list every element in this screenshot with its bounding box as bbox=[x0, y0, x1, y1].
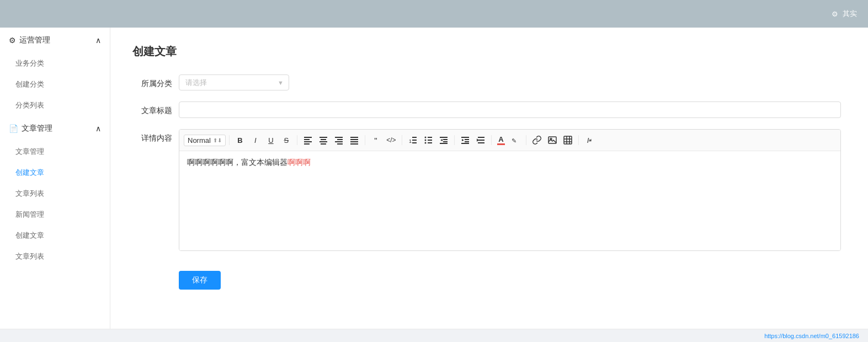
font-color-bar bbox=[497, 143, 505, 145]
sidebar-section-article[interactable]: 📄 文章管理 ∧ bbox=[0, 116, 110, 141]
highlight-button[interactable]: ✎ bbox=[508, 133, 523, 147]
header: ⚙ 其实 bbox=[0, 0, 868, 28]
svg-text:✎: ✎ bbox=[512, 137, 516, 144]
sidebar-item-yewu[interactable]: 业务分类 bbox=[0, 53, 110, 74]
align-left-button[interactable] bbox=[301, 133, 315, 147]
svg-rect-21 bbox=[428, 137, 432, 138]
editor-content-area[interactable]: 啊啊啊啊啊啊，富文本编辑器啊啊啊 bbox=[179, 151, 840, 250]
justify-button[interactable] bbox=[347, 133, 361, 147]
page-title: 创建文章 bbox=[132, 44, 846, 59]
title-label: 文章标题 bbox=[132, 101, 172, 116]
increase-indent-button[interactable] bbox=[458, 133, 472, 147]
main-content: 创建文章 所属分类 ▼ 请选择 文章标题 详情内容 bbox=[110, 28, 868, 329]
svg-point-20 bbox=[424, 137, 426, 138]
chevron-up-icon-2: ∧ bbox=[95, 124, 101, 133]
detail-label: 详情内容 bbox=[132, 129, 172, 143]
sidebar-item-chuangjian-fenlei[interactable]: 创建分类 bbox=[0, 74, 110, 95]
svg-rect-4 bbox=[319, 137, 327, 138]
svg-marker-39 bbox=[477, 138, 478, 142]
sidebar-item-fenlei-list[interactable]: 分类列表 bbox=[0, 95, 110, 116]
main-layout: ⚙ 运营管理 ∧ 业务分类 创建分类 分类列表 📄 文章管理 ∧ 文章管理 创建… bbox=[0, 28, 868, 329]
outdent-button[interactable] bbox=[473, 133, 488, 147]
svg-rect-11 bbox=[337, 143, 343, 145]
title-field bbox=[179, 101, 841, 118]
category-select[interactable] bbox=[179, 74, 289, 90]
title-input[interactable] bbox=[179, 101, 841, 118]
save-button[interactable]: 保存 bbox=[179, 271, 221, 290]
sidebar-item-article-list-2[interactable]: 文章列表 bbox=[0, 246, 110, 267]
doc-icon: 📄 bbox=[9, 124, 18, 133]
code-button[interactable]: </> bbox=[384, 133, 398, 147]
svg-rect-17 bbox=[412, 137, 417, 138]
svg-point-22 bbox=[424, 140, 426, 141]
svg-rect-33 bbox=[465, 139, 469, 140]
sidebar-item-article-manage[interactable]: 文章管理 bbox=[0, 141, 110, 162]
svg-rect-36 bbox=[478, 137, 484, 138]
svg-rect-43 bbox=[564, 136, 572, 144]
font-color-a-label: A bbox=[498, 136, 503, 143]
svg-rect-29 bbox=[443, 141, 448, 142]
toolbar-divider-3 bbox=[365, 135, 365, 145]
svg-rect-1 bbox=[304, 139, 310, 140]
decrease-indent-button[interactable] bbox=[436, 133, 451, 147]
align-right-button[interactable] bbox=[332, 133, 346, 147]
svg-marker-32 bbox=[462, 139, 464, 141]
sidebar-item-create-article-2[interactable]: 创建文章 bbox=[0, 225, 110, 246]
toolbar-divider-2 bbox=[297, 135, 297, 145]
svg-rect-15 bbox=[350, 143, 358, 145]
toolbar-divider-1 bbox=[229, 135, 230, 145]
align-center-button[interactable] bbox=[316, 133, 331, 147]
svg-point-24 bbox=[424, 142, 426, 144]
svg-rect-25 bbox=[428, 142, 432, 143]
sidebar-item-article-list[interactable]: 文章列表 bbox=[0, 183, 110, 204]
svg-rect-31 bbox=[461, 137, 469, 138]
clear-format-button[interactable]: Ix bbox=[582, 133, 597, 147]
ordered-list-button[interactable]: 1. bbox=[406, 133, 420, 147]
svg-rect-5 bbox=[321, 139, 326, 140]
rich-editor: Normal ⬆⬇ B I U S bbox=[179, 129, 841, 251]
gear-icon: ⚙ bbox=[9, 36, 16, 45]
italic-button[interactable]: I bbox=[248, 133, 263, 147]
category-row: 所属分类 ▼ 请选择 bbox=[132, 74, 846, 90]
svg-rect-35 bbox=[461, 143, 469, 144]
chevron-up-icon-1: ∧ bbox=[95, 36, 101, 45]
format-label: Normal bbox=[188, 136, 211, 145]
title-row: 文章标题 bbox=[132, 101, 846, 118]
bold-button[interactable]: B bbox=[233, 133, 247, 147]
sidebar-item-create-article[interactable]: 创建文章 bbox=[0, 162, 110, 183]
header-label: 其实 bbox=[843, 9, 857, 19]
svg-rect-14 bbox=[350, 141, 358, 142]
format-select[interactable]: Normal ⬆⬇ bbox=[184, 135, 226, 146]
font-color-button[interactable]: A bbox=[495, 135, 507, 146]
svg-rect-19 bbox=[412, 142, 417, 143]
svg-rect-6 bbox=[319, 141, 327, 142]
sidebar-section-yunying[interactable]: ⚙ 运营管理 ∧ bbox=[0, 28, 110, 53]
toolbar-divider-5 bbox=[454, 135, 455, 145]
image-button[interactable] bbox=[545, 133, 560, 147]
sidebar-item-news-manage[interactable]: 新闻管理 bbox=[0, 204, 110, 225]
link-button[interactable] bbox=[530, 133, 544, 147]
svg-rect-12 bbox=[350, 137, 358, 138]
svg-rect-13 bbox=[350, 139, 358, 140]
category-select-wrapper: ▼ 请选择 bbox=[179, 74, 289, 90]
strikethrough-button[interactable]: S bbox=[279, 133, 294, 147]
sidebar-section2-label: 文章管理 bbox=[22, 124, 52, 133]
svg-rect-30 bbox=[440, 143, 448, 144]
editor-field: Normal ⬆⬇ B I U S bbox=[179, 129, 841, 251]
toolbar-divider-8 bbox=[578, 135, 579, 145]
statusbar: https://blog.csdn.net/m0_61592186 bbox=[0, 329, 868, 342]
table-button[interactable] bbox=[561, 133, 575, 147]
svg-rect-9 bbox=[337, 139, 343, 140]
svg-rect-3 bbox=[304, 143, 310, 145]
blockquote-button[interactable]: " bbox=[369, 133, 383, 147]
svg-rect-0 bbox=[304, 137, 312, 138]
unordered-list-button[interactable] bbox=[421, 133, 435, 147]
toolbar-divider-7 bbox=[526, 135, 526, 145]
svg-rect-23 bbox=[428, 140, 432, 141]
svg-rect-18 bbox=[412, 140, 417, 141]
editor-text-content: 啊啊啊啊啊啊，富文本编辑器 bbox=[187, 158, 287, 167]
svg-rect-7 bbox=[321, 143, 326, 145]
settings-icon: ⚙ bbox=[832, 10, 838, 18]
underline-button[interactable]: U bbox=[264, 133, 278, 147]
statusbar-url: https://blog.csdn.net/m0_61592186 bbox=[764, 333, 859, 339]
